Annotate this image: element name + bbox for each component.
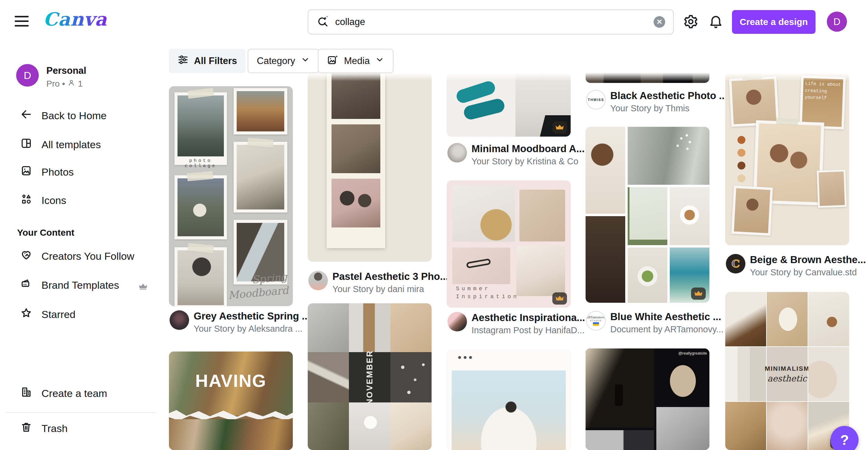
personal-avatar[interactable]: D [16, 64, 39, 87]
creator-avatar [447, 312, 467, 331]
pro-crown-badge [552, 292, 567, 304]
create-a-team[interactable]: Create a team [8, 382, 153, 404]
sidebar-item-creators-you-follow[interactable]: Creators You Follow [8, 245, 153, 267]
svg-text:co.: co. [23, 283, 27, 286]
media-image-icon [327, 54, 339, 68]
result-caption-beige-brown[interactable]: C Beige & Brown Aesthe... Your Story by … [725, 254, 849, 278]
template-subtitle: Your Story by Aleksandra ... [194, 324, 303, 334]
photos-icon [20, 165, 32, 179]
trash-icon [20, 421, 32, 436]
template-title: Aesthetic Inspirationa... [471, 312, 585, 323]
template-title: Pastel Aesthetic 3 Pho... [333, 271, 448, 282]
template-card-minimalism-aesthetic[interactable]: MINIMALISM aesthetic [725, 292, 849, 450]
media-filter-button[interactable]: Media [318, 49, 394, 73]
back-arrow-icon [20, 108, 32, 123]
all-filters-button[interactable]: All Filters [169, 49, 246, 73]
sliders-icon [178, 54, 188, 68]
template-title: Beige & Brown Aesthe... [750, 254, 866, 265]
spring-moodboard-script: Spring Moodboard [226, 270, 289, 302]
creators-heart-icon [20, 249, 32, 263]
canva-logo[interactable]: Canva [43, 8, 107, 30]
result-caption-grey-aesthetic[interactable]: Grey Aesthetic Spring ... Your Story by … [169, 310, 293, 335]
account-avatar[interactable]: D [827, 11, 847, 32]
all-filters-label: All Filters [194, 56, 237, 66]
category-filter-button[interactable]: Category [248, 49, 319, 73]
polaroid-cathedral: photo collage [175, 92, 227, 165]
template-card-dark-street[interactable]: @reallygreatsite [586, 349, 709, 450]
color-swatch-dots [738, 136, 745, 182]
polaroid-woman-white [234, 142, 287, 213]
polaroid-rooftops [234, 88, 287, 134]
sidebar-item-brand-templates[interactable]: co. Brand Templates [8, 274, 153, 296]
account-name: Personal [46, 65, 86, 76]
sidebar-item-trash[interactable]: Trash [8, 417, 153, 439]
notifications-bell-icon[interactable] [708, 14, 723, 29]
template-card-blue-white-aesthetic[interactable] [586, 127, 709, 303]
grid-top-fade [162, 72, 868, 81]
polaroid-girl-portrait [175, 247, 227, 306]
pro-crown-badge [552, 121, 567, 133]
result-caption-pastel-aesthetic[interactable]: Pastel Aesthetic 3 Pho... Your Story by … [308, 271, 432, 295]
sidebar-item-all-templates[interactable]: All templates [8, 133, 153, 156]
trash-label: Trash [41, 423, 68, 435]
template-title: Black Aesthetic Photo ... [610, 90, 727, 101]
photo-collage-label: photo collage [178, 158, 224, 169]
summer-inspiration-label: Summer Inspiration [456, 286, 519, 300]
having-overlay-text: HAVING [169, 371, 293, 391]
icons-label: Icons [41, 194, 66, 206]
brand-templates-label: Brand Templates [41, 279, 119, 291]
top-bar: Canva ✕ Cre [0, 0, 868, 40]
polaroid-roses [175, 175, 227, 239]
template-card-november-moodboard[interactable]: NOVEMBER [308, 303, 432, 450]
template-subtitle: Your Story by Thmis [610, 103, 689, 114]
minimalism-label: MINIMALISM [765, 365, 809, 372]
result-caption-minimal-moodboard[interactable]: Minimal Moodboard A... Your Story by Kri… [447, 143, 570, 167]
creator-avatar [308, 271, 328, 290]
creator-avatar: ARTamonovy STUDIO [586, 311, 606, 330]
template-subtitle: Your Story by dani mira [333, 284, 424, 294]
search-bar[interactable]: ✕ [308, 9, 674, 34]
template-card-grey-aesthetic-spring[interactable]: photo collage [169, 86, 293, 306]
clear-search-icon[interactable]: ✕ [654, 16, 665, 28]
category-label: Category [257, 56, 295, 66]
creator-avatar: THMISS [586, 90, 606, 109]
sidebar-item-icons[interactable]: Icons [8, 189, 153, 211]
beige-photo-4 [817, 169, 847, 207]
sidebar-item-photos[interactable]: Photos [8, 161, 153, 183]
chevron-down-icon [301, 55, 310, 67]
template-title: Minimal Moodboard A... [471, 143, 585, 155]
creators-label: Creators You Follow [41, 250, 134, 262]
starred-label: Starred [41, 309, 75, 320]
sidebar: D Personal Pro• 1 Back to Home All t [0, 40, 162, 450]
chevron-down-icon [375, 55, 384, 67]
result-caption-aesthetic-inspirational[interactable]: Aesthetic Inspirationa... Instagram Post… [447, 312, 570, 336]
beige-photo-1 [729, 76, 779, 127]
template-card-pastel-strip[interactable] [308, 73, 432, 262]
template-card-summer-inspiration[interactable]: Summer Inspiration [447, 181, 570, 308]
sidebar-item-starred[interactable]: Starred [8, 303, 153, 325]
create-a-design-button[interactable]: Create a design [732, 10, 815, 34]
account-plan: Pro• 1 [46, 79, 83, 89]
template-subtitle: Document by ARTamonovy... [610, 324, 723, 334]
template-title: Grey Aesthetic Spring ... [194, 310, 310, 322]
template-subtitle: Your Story by Kristina & Co [471, 156, 578, 166]
all-templates-label: All templates [41, 139, 101, 151]
result-caption-black-aesthetic[interactable]: THMISS Black Aesthetic Photo ... Your St… [586, 90, 709, 114]
result-caption-blue-white-aesthetic[interactable]: ARTamonovy STUDIO Blue White Aesthetic .… [586, 311, 709, 335]
template-card-having-collage[interactable]: HAVING [169, 352, 293, 450]
canva-search-page: photo collage [0, 0, 868, 450]
your-content-header: Your Content [17, 227, 74, 238]
search-sparkle-icon [316, 15, 329, 29]
template-card-beige-brown[interactable]: Life is about creating yourself [725, 73, 849, 245]
menu-icon[interactable] [14, 16, 29, 27]
template-card-white-story-frame[interactable]: ••• [447, 350, 570, 450]
photos-label: Photos [41, 166, 74, 178]
back-to-home[interactable]: Back to Home [8, 104, 153, 127]
november-label: NOVEMBER [365, 350, 374, 405]
template-card-minimal-moodboard[interactable] [447, 73, 570, 137]
search-input[interactable] [335, 17, 654, 27]
template-subtitle: Your Story by Canvalue.std [750, 267, 857, 278]
templates-icon [20, 137, 32, 152]
creator-avatar: C [726, 254, 745, 274]
settings-gear-icon[interactable] [683, 14, 699, 29]
